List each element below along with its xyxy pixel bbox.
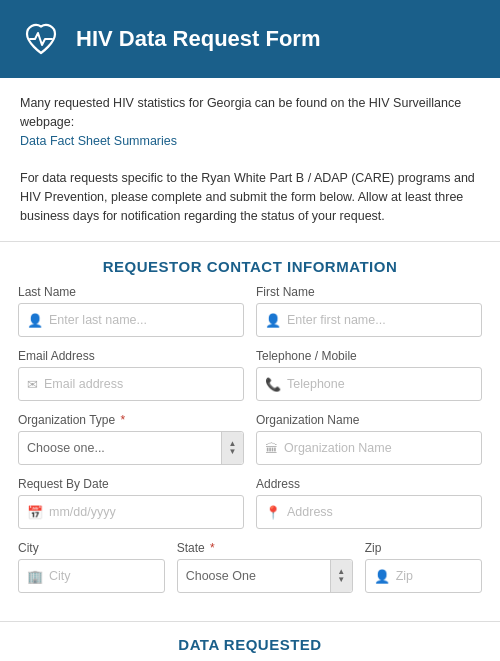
email-input[interactable]	[44, 377, 235, 391]
data-fact-sheet-link[interactable]: Data Fact Sheet Summaries	[20, 134, 177, 148]
org-name-input-wrapper: 🏛	[256, 431, 482, 465]
building-icon: 🏛	[265, 441, 278, 456]
state-select[interactable]: Choose One	[178, 560, 352, 592]
location-icon: 📍	[265, 505, 281, 520]
org-name-input[interactable]	[284, 441, 473, 455]
phone-icon: 📞	[265, 377, 281, 392]
org-type-label: Organization Type *	[18, 413, 244, 427]
state-group: State * Choose One ▲ ▼	[177, 541, 353, 593]
address-input-wrapper: 📍	[256, 495, 482, 529]
city-building-icon: 🏢	[27, 569, 43, 584]
page-title: HIV Data Request Form	[76, 26, 321, 52]
zip-label: Zip	[365, 541, 482, 555]
zip-input-wrapper: 👤	[365, 559, 482, 593]
first-name-label: First Name	[256, 285, 482, 299]
last-name-label: Last Name	[18, 285, 244, 299]
name-row: Last Name 👤 First Name 👤	[18, 285, 482, 337]
org-row: Organization Type * Choose one... ▲ ▼ Or…	[18, 413, 482, 465]
person-icon-first: 👤	[265, 313, 281, 328]
city-input-wrapper: 🏢	[18, 559, 165, 593]
email-input-wrapper: ✉	[18, 367, 244, 401]
address-group: Address 📍	[256, 477, 482, 529]
last-name-input-wrapper: 👤	[18, 303, 244, 337]
org-type-group: Organization Type * Choose one... ▲ ▼	[18, 413, 244, 465]
last-name-group: Last Name 👤	[18, 285, 244, 337]
city-state-zip-row: City 🏢 State * Choose One ▲ ▼	[18, 541, 482, 593]
email-icon: ✉	[27, 377, 38, 392]
section1-title: REQUESTOR CONTACT INFORMATION	[0, 242, 500, 285]
last-name-input[interactable]	[49, 313, 235, 327]
org-name-label: Organization Name	[256, 413, 482, 427]
zip-group: Zip 👤	[365, 541, 482, 593]
state-label: State *	[177, 541, 353, 555]
heartbeat-icon	[20, 18, 62, 60]
address-label: Address	[256, 477, 482, 491]
requestor-form: Last Name 👤 First Name 👤 Email Address ✉	[0, 285, 500, 621]
city-label: City	[18, 541, 165, 555]
city-group: City 🏢	[18, 541, 165, 593]
info-section: Many requested HIV statistics for Georgi…	[0, 78, 500, 242]
address-input[interactable]	[287, 505, 473, 519]
telephone-input[interactable]	[287, 377, 473, 391]
contact-row: Email Address ✉ Telephone / Mobile 📞	[18, 349, 482, 401]
info-line1: Many requested HIV statistics for Georgi…	[20, 94, 480, 150]
page-header: HIV Data Request Form	[0, 0, 500, 78]
first-name-input[interactable]	[287, 313, 473, 327]
zip-person-icon: 👤	[374, 569, 390, 584]
org-name-group: Organization Name 🏛	[256, 413, 482, 465]
telephone-group: Telephone / Mobile 📞	[256, 349, 482, 401]
city-input[interactable]	[49, 569, 156, 583]
org-type-select-wrapper: Choose one... ▲ ▼	[18, 431, 244, 465]
request-date-input[interactable]	[49, 505, 235, 519]
info-line2: For data requests specific to the Ryan W…	[20, 169, 480, 225]
zip-input[interactable]	[396, 569, 473, 583]
date-address-row: Request By Date 📅 Address 📍	[18, 477, 482, 529]
first-name-input-wrapper: 👤	[256, 303, 482, 337]
telephone-label: Telephone / Mobile	[256, 349, 482, 363]
telephone-input-wrapper: 📞	[256, 367, 482, 401]
person-icon-last: 👤	[27, 313, 43, 328]
main-content: Many requested HIV statistics for Georgi…	[0, 78, 500, 661]
org-type-select[interactable]: Choose one...	[19, 432, 243, 464]
request-date-label: Request By Date	[18, 477, 244, 491]
email-label: Email Address	[18, 349, 244, 363]
calendar-icon: 📅	[27, 505, 43, 520]
request-date-input-wrapper: 📅	[18, 495, 244, 529]
section2-title: DATA REQUESTED	[0, 621, 500, 661]
email-group: Email Address ✉	[18, 349, 244, 401]
state-select-wrapper: Choose One ▲ ▼	[177, 559, 353, 593]
request-date-group: Request By Date 📅	[18, 477, 244, 529]
first-name-group: First Name 👤	[256, 285, 482, 337]
